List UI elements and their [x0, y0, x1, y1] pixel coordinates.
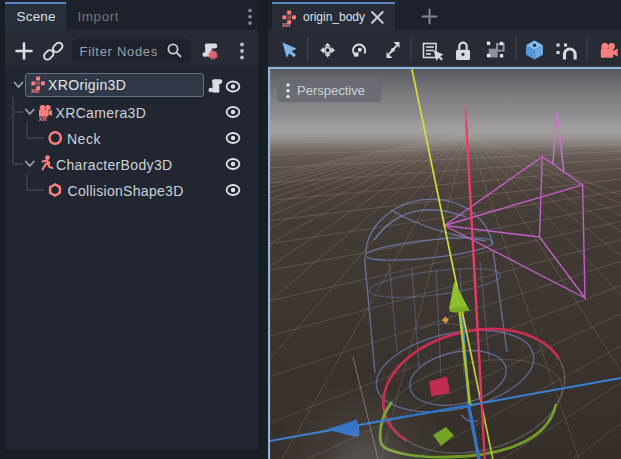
svg-text:XR: XR: [31, 88, 40, 94]
svg-text:XR: XR: [39, 116, 48, 122]
